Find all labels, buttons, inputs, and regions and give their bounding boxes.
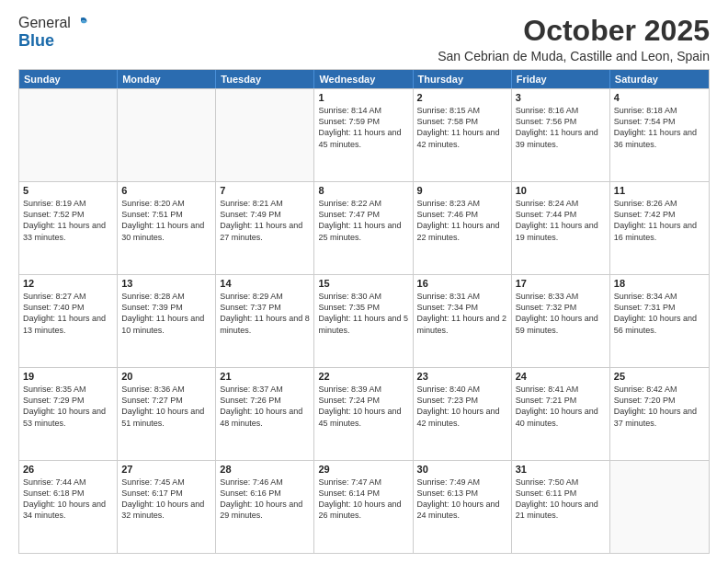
day-number: 1 (318, 92, 408, 103)
day-info: Sunrise: 7:50 AM Sunset: 6:11 PM Dayligh… (516, 477, 606, 522)
day-number: 20 (121, 371, 211, 382)
logo-blue: Blue (18, 31, 89, 51)
day-info: Sunrise: 8:24 AM Sunset: 7:44 PM Dayligh… (516, 198, 606, 243)
cell-w4-d3: 22Sunrise: 8:39 AM Sunset: 7:24 PM Dayli… (314, 368, 413, 460)
cell-w2-d6: 11Sunrise: 8:26 AM Sunset: 7:42 PM Dayli… (610, 182, 709, 274)
cell-w4-d1: 20Sunrise: 8:36 AM Sunset: 7:27 PM Dayli… (118, 368, 216, 460)
cell-w5-d0: 26Sunrise: 7:44 AM Sunset: 6:18 PM Dayli… (19, 461, 118, 553)
cell-w1-d4: 2Sunrise: 8:15 AM Sunset: 7:58 PM Daylig… (414, 89, 512, 181)
location-title: San Cebrian de Muda, Castille and Leon, … (438, 49, 710, 63)
cell-w5-d3: 29Sunrise: 7:47 AM Sunset: 6:14 PM Dayli… (314, 461, 413, 553)
cell-w4-d2: 21Sunrise: 8:37 AM Sunset: 7:26 PM Dayli… (216, 368, 314, 460)
logo-general: General (18, 15, 71, 31)
cell-w3-d0: 12Sunrise: 8:27 AM Sunset: 7:40 PM Dayli… (19, 275, 118, 367)
day-number: 28 (220, 464, 310, 475)
cell-w3-d3: 15Sunrise: 8:30 AM Sunset: 7:35 PM Dayli… (314, 275, 413, 367)
day-number: 25 (614, 371, 705, 382)
day-info: Sunrise: 8:31 AM Sunset: 7:34 PM Dayligh… (417, 291, 507, 336)
day-number: 19 (23, 371, 113, 382)
cell-w2-d4: 9Sunrise: 8:23 AM Sunset: 7:46 PM Daylig… (414, 182, 512, 274)
day-number: 30 (417, 464, 507, 475)
logo: General Blue (18, 15, 89, 51)
day-number: 31 (516, 464, 606, 475)
cell-w1-d1 (118, 89, 216, 181)
page: General Blue October 2025 San Cebrian de… (0, 0, 728, 563)
day-info: Sunrise: 8:19 AM Sunset: 7:52 PM Dayligh… (23, 198, 113, 243)
cell-w1-d2 (216, 89, 314, 181)
day-info: Sunrise: 8:23 AM Sunset: 7:46 PM Dayligh… (417, 198, 507, 243)
header-saturday: Saturday (610, 70, 709, 88)
day-info: Sunrise: 8:39 AM Sunset: 7:24 PM Dayligh… (318, 384, 408, 429)
day-info: Sunrise: 8:30 AM Sunset: 7:35 PM Dayligh… (318, 291, 408, 336)
cell-w1-d5: 3Sunrise: 8:16 AM Sunset: 7:56 PM Daylig… (512, 89, 610, 181)
day-info: Sunrise: 8:35 AM Sunset: 7:29 PM Dayligh… (23, 384, 113, 429)
day-info: Sunrise: 8:33 AM Sunset: 7:32 PM Dayligh… (516, 291, 606, 336)
day-info: Sunrise: 7:49 AM Sunset: 6:13 PM Dayligh… (417, 477, 507, 522)
day-info: Sunrise: 8:22 AM Sunset: 7:47 PM Dayligh… (318, 198, 408, 243)
header: General Blue October 2025 San Cebrian de… (18, 15, 710, 63)
cell-w1-d0 (19, 89, 118, 181)
day-number: 4 (614, 92, 705, 103)
cell-w3-d2: 14Sunrise: 8:29 AM Sunset: 7:37 PM Dayli… (216, 275, 314, 367)
day-number: 12 (23, 278, 113, 289)
logo-bird-icon (73, 15, 89, 31)
cell-w2-d3: 8Sunrise: 8:22 AM Sunset: 7:47 PM Daylig… (314, 182, 413, 274)
day-info: Sunrise: 8:36 AM Sunset: 7:27 PM Dayligh… (121, 384, 211, 429)
cell-w4-d4: 23Sunrise: 8:40 AM Sunset: 7:23 PM Dayli… (414, 368, 512, 460)
day-number: 22 (318, 371, 408, 382)
day-number: 3 (516, 92, 606, 103)
month-title: October 2025 (438, 15, 710, 47)
cell-w5-d5: 31Sunrise: 7:50 AM Sunset: 6:11 PM Dayli… (512, 461, 610, 553)
day-info: Sunrise: 8:34 AM Sunset: 7:31 PM Dayligh… (614, 291, 705, 336)
day-number: 5 (23, 185, 113, 196)
day-info: Sunrise: 7:47 AM Sunset: 6:14 PM Dayligh… (318, 477, 408, 522)
week-row-1: 1Sunrise: 8:14 AM Sunset: 7:59 PM Daylig… (19, 88, 709, 181)
day-number: 11 (614, 185, 705, 196)
day-info: Sunrise: 7:45 AM Sunset: 6:17 PM Dayligh… (121, 477, 211, 522)
calendar: Sunday Monday Tuesday Wednesday Thursday… (18, 69, 710, 554)
day-info: Sunrise: 8:16 AM Sunset: 7:56 PM Dayligh… (516, 105, 606, 150)
day-number: 26 (23, 464, 113, 475)
title-block: October 2025 San Cebrian de Muda, Castil… (438, 15, 710, 63)
cell-w2-d2: 7Sunrise: 8:21 AM Sunset: 7:49 PM Daylig… (216, 182, 314, 274)
header-thursday: Thursday (414, 70, 512, 88)
day-number: 10 (516, 185, 606, 196)
day-info: Sunrise: 8:41 AM Sunset: 7:21 PM Dayligh… (516, 384, 606, 429)
day-number: 9 (417, 185, 507, 196)
week-row-3: 12Sunrise: 8:27 AM Sunset: 7:40 PM Dayli… (19, 274, 709, 367)
cell-w3-d4: 16Sunrise: 8:31 AM Sunset: 7:34 PM Dayli… (414, 275, 512, 367)
cell-w4-d5: 24Sunrise: 8:41 AM Sunset: 7:21 PM Dayli… (512, 368, 610, 460)
day-number: 23 (417, 371, 507, 382)
day-number: 18 (614, 278, 705, 289)
calendar-header: Sunday Monday Tuesday Wednesday Thursday… (19, 70, 709, 88)
cell-w4-d0: 19Sunrise: 8:35 AM Sunset: 7:29 PM Dayli… (19, 368, 118, 460)
cell-w2-d0: 5Sunrise: 8:19 AM Sunset: 7:52 PM Daylig… (19, 182, 118, 274)
header-tuesday: Tuesday (216, 70, 314, 88)
cell-w2-d1: 6Sunrise: 8:20 AM Sunset: 7:51 PM Daylig… (118, 182, 216, 274)
cell-w5-d2: 28Sunrise: 7:46 AM Sunset: 6:16 PM Dayli… (216, 461, 314, 553)
cell-w5-d1: 27Sunrise: 7:45 AM Sunset: 6:17 PM Dayli… (118, 461, 216, 553)
day-info: Sunrise: 8:40 AM Sunset: 7:23 PM Dayligh… (417, 384, 507, 429)
day-number: 2 (417, 92, 507, 103)
calendar-body: 1Sunrise: 8:14 AM Sunset: 7:59 PM Daylig… (19, 88, 709, 553)
header-monday: Monday (118, 70, 216, 88)
header-friday: Friday (512, 70, 610, 88)
week-row-5: 26Sunrise: 7:44 AM Sunset: 6:18 PM Dayli… (19, 460, 709, 553)
day-info: Sunrise: 8:20 AM Sunset: 7:51 PM Dayligh… (121, 198, 211, 243)
day-info: Sunrise: 8:37 AM Sunset: 7:26 PM Dayligh… (220, 384, 310, 429)
cell-w5-d4: 30Sunrise: 7:49 AM Sunset: 6:13 PM Dayli… (414, 461, 512, 553)
cell-w3-d1: 13Sunrise: 8:28 AM Sunset: 7:39 PM Dayli… (118, 275, 216, 367)
day-number: 17 (516, 278, 606, 289)
cell-w3-d6: 18Sunrise: 8:34 AM Sunset: 7:31 PM Dayli… (610, 275, 709, 367)
day-info: Sunrise: 8:26 AM Sunset: 7:42 PM Dayligh… (614, 198, 705, 243)
day-number: 7 (220, 185, 310, 196)
cell-w2-d5: 10Sunrise: 8:24 AM Sunset: 7:44 PM Dayli… (512, 182, 610, 274)
day-info: Sunrise: 8:28 AM Sunset: 7:39 PM Dayligh… (121, 291, 211, 336)
day-number: 15 (318, 278, 408, 289)
header-sunday: Sunday (19, 70, 118, 88)
cell-w4-d6: 25Sunrise: 8:42 AM Sunset: 7:20 PM Dayli… (610, 368, 709, 460)
day-info: Sunrise: 8:14 AM Sunset: 7:59 PM Dayligh… (318, 105, 408, 150)
day-info: Sunrise: 8:29 AM Sunset: 7:37 PM Dayligh… (220, 291, 310, 336)
day-info: Sunrise: 8:15 AM Sunset: 7:58 PM Dayligh… (417, 105, 507, 150)
day-number: 21 (220, 371, 310, 382)
